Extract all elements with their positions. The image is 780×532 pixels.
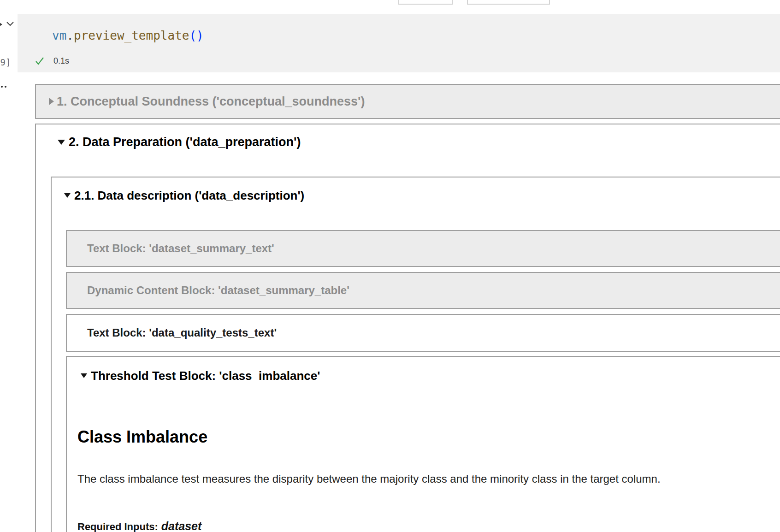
required-inputs-value: dataset: [161, 520, 202, 532]
execution-status-row: 0.1s: [34, 55, 69, 66]
section-data-description-header[interactable]: 2.1. Data description ('data_description…: [64, 188, 780, 203]
section-label: 1. Conceptual Soundness ('conceptual_sou…: [57, 95, 365, 109]
test-title: Class Imbalance: [77, 427, 207, 447]
triangle-right-icon[interactable]: [49, 98, 54, 105]
required-inputs-label: Required Inputs:: [77, 521, 158, 532]
code-token-parens: (): [189, 29, 203, 42]
triangle-down-icon[interactable]: [81, 373, 87, 378]
drag-handle-dots-icon: [1, 86, 6, 88]
dynamic-content-block-dataset-summary-table: Dynamic Content Block: 'dataset_summary_…: [66, 272, 780, 309]
chevron-down-icon[interactable]: [6, 19, 15, 28]
section-data-preparation-header[interactable]: 2. Data Preparation ('data_preparation'): [58, 134, 780, 150]
notebook-canvas: [9] vm.preview_template() 0.1s 1. Concep…: [0, 0, 780, 532]
execution-count: [9]: [0, 57, 11, 67]
required-inputs-row: Required Inputs:dataset: [77, 519, 201, 532]
code-token-module: vm: [52, 29, 66, 42]
run-cell-icon[interactable]: [0, 21, 2, 28]
block-label: Dynamic Content Block: 'dataset_summary_…: [87, 284, 349, 297]
threshold-test-header[interactable]: Threshold Test Block: 'class_imbalance': [81, 368, 780, 384]
code-line[interactable]: vm.preview_template(): [52, 29, 204, 42]
threshold-test-block-class-imbalance: Threshold Test Block: 'class_imbalance' …: [66, 356, 780, 532]
success-check-icon: [34, 55, 45, 66]
execution-time: 0.1s: [53, 56, 69, 66]
block-label: Text Block: 'dataset_summary_text': [87, 242, 274, 255]
test-description: The class imbalance test measures the di…: [77, 472, 661, 486]
partial-button-left[interactable]: [398, 0, 453, 5]
text-block-dataset-summary-text: Text Block: 'dataset_summary_text': [66, 230, 780, 267]
text-block-data-quality-tests-text: Text Block: 'data_quality_tests_text': [66, 314, 780, 352]
code-token-dot: .: [66, 29, 74, 42]
block-label: Threshold Test Block: 'class_imbalance': [91, 368, 320, 384]
section-label: 2.1. Data description ('data_description…: [74, 188, 304, 203]
triangle-down-icon[interactable]: [64, 193, 71, 198]
partial-button-right[interactable]: [467, 0, 550, 5]
section-label: 2. Data Preparation ('data_preparation'): [69, 134, 301, 150]
code-cell[interactable]: vm.preview_template() 0.1s: [18, 14, 780, 72]
block-label: Text Block: 'data_quality_tests_text': [87, 326, 277, 339]
triangle-down-icon[interactable]: [58, 140, 65, 145]
section-conceptual-soundness-header[interactable]: 1. Conceptual Soundness ('conceptual_sou…: [35, 84, 780, 119]
code-token-function: preview_template: [74, 29, 189, 42]
